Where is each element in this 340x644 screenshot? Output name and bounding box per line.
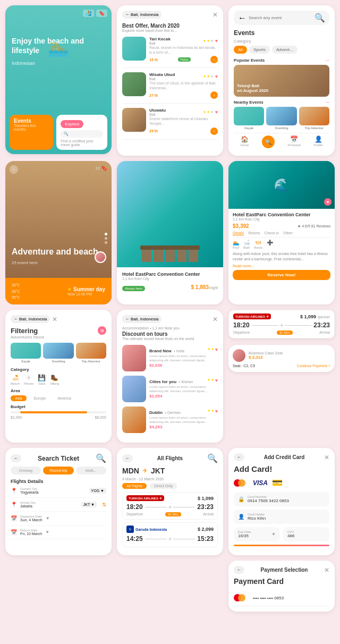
flight-list-price-1: $ 1,099	[198, 496, 214, 501]
mood-kayak[interactable]: Kayak	[11, 343, 41, 363]
prev-arrow[interactable]: ‹	[10, 165, 18, 174]
tours-close-btn[interactable]: ✕	[212, 316, 218, 323]
tab-details[interactable]: Details	[233, 231, 244, 235]
tour-item-2: Cities for you • Wuhan ★★ ♥ Lorem ipsum …	[122, 376, 218, 402]
payment-close-btn[interactable]: ✕	[324, 566, 329, 574]
arr-time-1: 23:23	[313, 321, 330, 329]
route-from: MDN	[122, 467, 139, 475]
tab-all[interactable]: All	[234, 46, 247, 54]
nav-search-btn[interactable]: 🔍	[262, 135, 275, 148]
nearby-item-2[interactable]: Snorkling	[266, 107, 296, 130]
payment-mastercard-logo	[234, 593, 249, 603]
offer-arrow-2[interactable]: ›	[210, 91, 218, 99]
nav-profile[interactable]: 👤 Profile	[314, 135, 323, 148]
tours-back-btn[interactable]: ← Bali, Indonesia	[122, 315, 162, 323]
tour-heart-1[interactable]: ♥	[215, 347, 218, 352]
hotel-hero-image: 🌊 ♥	[228, 161, 335, 209]
tab-roundtrip[interactable]: Round-trip	[43, 467, 73, 474]
tour-desc-3: Lorem ipsum dolor sit amet, consectetur …	[149, 416, 218, 425]
tour-heart-3[interactable]: ♥	[215, 409, 218, 414]
popular-more-btn[interactable]: ···	[326, 58, 329, 63]
mood-trip[interactable]: Trip Adventur	[76, 343, 106, 363]
search-ticket-search-icon[interactable]: 🔍	[96, 453, 106, 463]
hotel-rating: ★ 4.6/5 81 Reviews	[298, 224, 330, 228]
tab-oneway[interactable]: Oneway	[11, 467, 41, 474]
cat-beach[interactable]: 🏖 Beach	[11, 374, 20, 385]
event-search-bar[interactable]: ← 🔍	[234, 11, 329, 25]
heart-icon-1[interactable]: ♥	[215, 38, 218, 44]
back-icon-events[interactable]: ←	[238, 13, 246, 23]
payment-method-1[interactable]: •••• •••• •••• 0853	[234, 590, 329, 606]
tab-multi[interactable]: Multi...	[76, 467, 106, 474]
search-box: 🔍	[61, 130, 103, 138]
filter-options-btn[interactable]: ⊞	[98, 326, 106, 335]
hotel-available-badge: Always here	[122, 286, 145, 291]
cat-save[interactable]: 💾 Save	[38, 374, 46, 385]
business-class-label: Business Class Seat	[249, 351, 283, 355]
continue-payment-btn[interactable]: Continue Payment >	[296, 364, 330, 368]
all-flights-back[interactable]: ←	[122, 454, 133, 462]
offer-arrow-1[interactable]: ›	[210, 56, 218, 63]
tour-heart-2[interactable]: ♥	[215, 378, 218, 383]
turkish-logo: TURKISH AIRLINES ✈	[233, 313, 271, 319]
reserve-button[interactable]: Reserve Now!	[233, 270, 330, 280]
events-box[interactable]: Events Travelers this months	[10, 115, 53, 150]
budget-slider[interactable]	[11, 411, 106, 413]
tab-sports[interactable]: Sports	[249, 46, 270, 54]
area-asia[interactable]: Asia	[11, 395, 27, 401]
nearby-img-snorkling	[266, 107, 296, 125]
nearby-item-1[interactable]: Kayak	[234, 107, 264, 130]
read-more-link[interactable]: Read more...	[233, 264, 330, 268]
hotel-dist-mini: 1.1 km from City	[122, 277, 218, 281]
search-ticket-back[interactable]: ←	[11, 454, 21, 462]
filter-close-btn[interactable]: ✕	[52, 316, 57, 323]
tab-direct-only[interactable]: Direct Only	[150, 483, 177, 489]
area-america[interactable]: America	[53, 395, 75, 401]
event-search-input[interactable]	[249, 15, 312, 20]
tab-checkin[interactable]: Check-in	[265, 231, 279, 235]
tab-all-flights[interactable]: All Flights	[122, 483, 147, 489]
adventure-subtitle: 25 event here	[12, 260, 38, 265]
offer-img-ubud	[122, 72, 146, 96]
close-button[interactable]: ✕	[212, 11, 218, 19]
back-button[interactable]: ← Bali, Indonesia	[122, 11, 162, 19]
all-flights-search-icon[interactable]: 🔍	[207, 453, 218, 463]
nearby-item-3[interactable]: Trip Adventur	[299, 107, 329, 130]
plane-icon-list-2: ✈	[168, 536, 172, 542]
area-europe[interactable]: Europe	[30, 395, 50, 401]
cc-back-btn[interactable]: ←	[234, 453, 244, 461]
explore-btn[interactable]: Explore	[61, 120, 83, 128]
nearby-more-btn[interactable]: ···	[326, 100, 329, 105]
card-number-field[interactable]: 🔒 Card Number 0914 7509 3422 0853	[234, 492, 329, 506]
adventure-card: ‹ 12 🔖 Adventure and beach 25 event here…	[5, 161, 112, 304]
tour-info-brandnew: Brand New • India ★★ ♥ Lorem ipsum dolor…	[149, 345, 218, 371]
heart-overlay[interactable]: ♥	[324, 198, 332, 206]
card-holder-field[interactable]: 👤 Card Holder Rico Kihn	[234, 510, 329, 524]
route-to: JKT	[151, 467, 165, 475]
nav-schedule[interactable]: 📅 Schedule	[287, 135, 301, 148]
swap-button[interactable]: ⇅	[102, 502, 106, 507]
tab-rooms[interactable]: Rooms	[248, 231, 260, 235]
cat-planes[interactable]: ✈ Planes	[24, 374, 33, 385]
search-icon-events[interactable]: 🔍	[314, 13, 325, 23]
cat-hiking[interactable]: 🥾 Hiking	[50, 374, 59, 385]
offer-name-kecak: Tari Kecak	[149, 37, 171, 41]
dep-date-value: Sun, 4 March	[20, 518, 42, 522]
tab-other[interactable]: Other	[283, 231, 293, 235]
tours-subtitle: The ultimate tourist travel finds on the…	[122, 337, 218, 341]
heart-icon-2[interactable]: ♥	[215, 74, 218, 79]
weather-label: Summer day	[73, 286, 105, 292]
exp-date-field[interactable]: Exp Date 16/35 ▼	[234, 527, 280, 541]
heart-icon-3[interactable]: ♥	[215, 109, 218, 115]
offer-arrow-3[interactable]: ›	[210, 128, 218, 135]
mood-snorkling[interactable]: Snorkling	[43, 343, 73, 363]
payment-back-btn[interactable]: ←	[234, 566, 244, 574]
hotel-price-mini: $ 1,883/night	[191, 284, 218, 290]
nav-home[interactable]: 🏠 Home	[240, 135, 249, 148]
cc-close-btn[interactable]: ✕	[324, 454, 329, 461]
times-row-1: 18:20 ✈ 23:23	[233, 321, 330, 329]
tab-advent[interactable]: Advent...	[272, 46, 298, 54]
cvv-field[interactable]: CVV 486	[283, 527, 329, 541]
nav-search[interactable]: 🔍	[262, 135, 275, 148]
filter-back-btn[interactable]: ← Bali, Indonesia	[11, 315, 50, 323]
